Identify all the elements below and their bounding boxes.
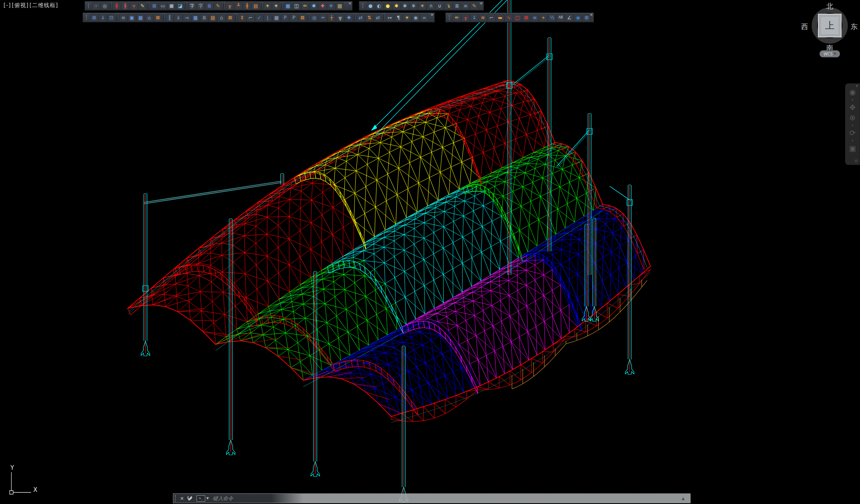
move-icon[interactable]: ✛: [327, 2, 335, 10]
pipe-tee-icon[interactable]: ╦: [336, 14, 344, 22]
viewport-controls[interactable]: [-]: [4, 2, 11, 8]
navbar-close-icon[interactable]: ✕: [855, 84, 858, 88]
window-grid-icon[interactable]: ▦: [136, 14, 145, 22]
text-align-left-icon[interactable]: ≡: [119, 14, 127, 22]
viewcube-east[interactable]: 东: [851, 22, 858, 31]
ab-label-icon[interactable]: AB: [557, 14, 565, 22]
wall-slab-icon[interactable]: ■: [167, 2, 176, 10]
command-prompt-arrow-icon[interactable]: ▼: [206, 497, 209, 500]
viewport-label[interactable]: [-][俯视][二维线框]: [4, 2, 59, 9]
door-panel-icon[interactable]: ◫: [292, 2, 301, 10]
command-bar-grip[interactable]: [175, 495, 177, 501]
layer-glow-icon[interactable]: ✱: [392, 2, 401, 10]
spacing-down-icon[interactable]: ⇕: [238, 14, 246, 22]
arc-red-icon[interactable]: ∿: [505, 14, 513, 22]
beam-span-icon[interactable]: ╫: [243, 2, 251, 10]
frame-orange-icon[interactable]: ▤: [209, 14, 217, 22]
navigation-wheel-icon[interactable]: ◉: [849, 88, 856, 97]
wall-section-icon[interactable]: ║: [165, 14, 174, 22]
layer-on-icon[interactable]: ●: [384, 2, 392, 10]
fraction-icon[interactable]: ∠: [565, 14, 573, 22]
layer-off-icon[interactable]: ●: [366, 2, 375, 10]
axis-node-icon[interactable]: ╫: [121, 2, 129, 10]
bracket-column-icon[interactable]: ⌊: [264, 14, 272, 22]
wheel-dropdown-icon[interactable]: ▾: [852, 98, 854, 102]
box-red-icon[interactable]: □: [513, 14, 522, 22]
cross-plus-icon[interactable]: ✚: [345, 14, 353, 22]
label-pk2-icon[interactable]: P: [290, 14, 298, 22]
parallel-lines-icon[interactable]: ≡: [531, 14, 539, 22]
window-pane-icon[interactable]: ◪: [176, 2, 184, 10]
numbered-icon[interactable]: ½: [548, 14, 556, 22]
preview-zoom-icon[interactable]: ◎: [101, 2, 109, 10]
layer-stack-icon[interactable]: ≣: [453, 2, 461, 10]
lamp-icon[interactable]: ☀: [263, 2, 272, 10]
window-delete-3-icon[interactable]: ⊠: [298, 14, 307, 22]
customize-wrench-icon[interactable]: [187, 496, 193, 501]
layer-freeze-object-icon[interactable]: ❄: [410, 2, 418, 10]
target-icon[interactable]: ⌖: [539, 14, 548, 22]
showmotion-icon[interactable]: ▣: [849, 144, 856, 153]
corner-duct-icon[interactable]: ⌐: [246, 14, 255, 22]
insert-down-icon[interactable]: ⇓: [470, 14, 478, 22]
column-cylinder-icon[interactable]: ▭: [159, 2, 167, 10]
hatch-panel-icon[interactable]: ▩: [191, 14, 200, 22]
node-link-icon[interactable]: ✱: [310, 2, 318, 10]
layer-lock-icon[interactable]: ∩: [427, 2, 435, 10]
spread-left-icon[interactable]: ⇄: [356, 14, 365, 22]
paste-icon[interactable]: ▤: [336, 2, 344, 10]
viewcube-top-face[interactable]: 上: [818, 14, 842, 37]
axis-insert-icon[interactable]: ⊞: [90, 14, 98, 22]
axis-grid-icon[interactable]: ╬: [112, 2, 121, 10]
beam-place-icon[interactable]: ⇓: [174, 14, 182, 22]
viewport-visual-style[interactable]: [二维线框]: [29, 2, 58, 8]
column-grid-icon[interactable]: ⊞: [150, 2, 158, 10]
layer-current-icon[interactable]: ↴: [444, 2, 452, 10]
doc-view-icon[interactable]: ◉: [412, 14, 420, 22]
toolbar-close-icon[interactable]: ✕: [430, 13, 434, 17]
drawing-canvas[interactable]: YX: [0, 0, 860, 504]
building-elevation-icon[interactable]: ⌂: [217, 14, 226, 22]
command-input[interactable]: 键入命令: [213, 495, 690, 502]
axis-label-icon[interactable]: ╤: [130, 2, 138, 10]
panel-grid-icon[interactable]: ▦: [284, 2, 292, 10]
layer-thaw-icon[interactable]: ☀: [418, 2, 426, 10]
help-sphere-icon[interactable]: ◉: [574, 14, 582, 22]
layer-edit-icon[interactable]: ✎: [470, 2, 478, 10]
viewcube-west[interactable]: 西: [801, 22, 808, 31]
brush-format-icon[interactable]: ✏: [453, 14, 461, 22]
toolbar-close-icon[interactable]: ✕: [348, 2, 351, 5]
toolbar-close-icon[interactable]: ✕: [480, 2, 483, 5]
layer-merge-icon[interactable]: ≡: [461, 2, 470, 10]
circle-panel-icon[interactable]: ◎: [310, 14, 318, 22]
orbit-dropdown-icon[interactable]: ▾: [852, 139, 854, 143]
box-diamond-icon[interactable]: ⊠: [522, 14, 530, 22]
orbit-icon[interactable]: ⟳: [849, 128, 856, 138]
brush-icon[interactable]: ✏: [301, 2, 309, 10]
zoom-extents-icon[interactable]: ⊕: [849, 113, 856, 123]
building-insert-icon[interactable]: ⌂: [145, 14, 153, 22]
page-edit-icon[interactable]: ✎: [214, 2, 222, 10]
spread-right-icon[interactable]: ⇄: [374, 14, 382, 22]
doc-link-icon[interactable]: ∞: [420, 14, 428, 22]
text-style-icon[interactable]: 字: [188, 2, 196, 10]
navbar-minimize-icon[interactable]: ⊖: [854, 158, 858, 164]
axis-number-icon[interactable]: ✎: [138, 2, 147, 10]
beam-extend-icon[interactable]: ⇒: [183, 14, 191, 22]
link-bar-icon[interactable]: ▬: [496, 14, 504, 22]
command-close-icon[interactable]: ✕: [180, 496, 184, 501]
command-expand-icon[interactable]: ▲: [682, 496, 685, 500]
wall-double-icon[interactable]: ═: [319, 14, 327, 22]
section-mark-icon[interactable]: ╥: [461, 14, 470, 22]
spread-mid-icon[interactable]: ⇅: [365, 14, 373, 22]
zoom-dropdown-icon[interactable]: ▾: [852, 123, 854, 128]
select-object-icon[interactable]: ☞: [92, 2, 100, 10]
beam-table-icon[interactable]: ▤: [252, 2, 260, 10]
pipe-bend-icon[interactable]: ⌐: [487, 14, 496, 22]
command-prompt-icon[interactable]: >_: [197, 495, 205, 502]
viewcube-north[interactable]: 北: [826, 2, 833, 11]
window-delete-icon[interactable]: ⊠: [154, 14, 162, 22]
window-delete-2-icon[interactable]: ⊠: [226, 14, 234, 22]
pan-icon[interactable]: ✥: [849, 103, 856, 112]
doc-export-icon[interactable]: ↦: [386, 14, 394, 22]
